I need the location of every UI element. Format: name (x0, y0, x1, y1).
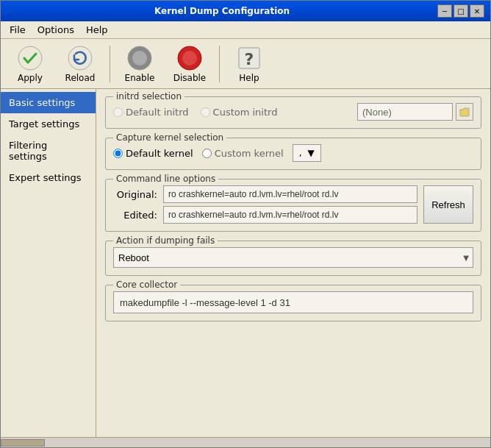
help-button[interactable]: ? Help (226, 43, 273, 85)
initrd-none-field[interactable] (357, 103, 453, 121)
capture-default-radio-item: Default kernel (113, 148, 193, 159)
capture-dropdown-label: , (299, 148, 302, 158)
core-field[interactable] (113, 291, 473, 313)
content-area: Basic settings Target settings Filtering… (1, 89, 490, 437)
disable-button[interactable]: Disable (166, 43, 213, 85)
close-button[interactable]: ✕ (470, 4, 484, 18)
initrd-group: initrd selection Default initrd Custom i… (105, 96, 481, 129)
sidebar: Basic settings Target settings Filtering… (1, 89, 96, 437)
capture-group-title: Capture kernel selection (113, 132, 226, 143)
scrollbar-thumb[interactable] (1, 439, 45, 447)
capture-custom-radio-item: Custom kernel (202, 148, 284, 159)
capture-group: Capture kernel selection Default kernel … (105, 138, 481, 170)
initrd-default-label: Default initrd (126, 107, 189, 118)
initrd-custom-radio[interactable] (201, 107, 210, 117)
action-group-title: Action if dumping fails (113, 235, 218, 246)
cmdline-table: Original: Edited: (113, 185, 417, 224)
cmdline-edited-row: Edited: (113, 206, 417, 224)
sidebar-item-expert[interactable]: Expert settings (1, 167, 96, 188)
action-select[interactable]: Reboot Halt Shell Dump to disk (113, 247, 473, 268)
action-select-wrapper: Reboot Halt Shell Dump to disk (113, 247, 473, 268)
menu-options[interactable]: Options (32, 23, 80, 37)
capture-default-label: Default kernel (126, 148, 193, 159)
apply-icon (17, 45, 43, 71)
cmdline-original-row: Original: (113, 185, 417, 203)
core-group: Core collector (105, 285, 481, 321)
reload-button[interactable]: Reload (57, 43, 104, 85)
menu-help[interactable]: Help (80, 23, 114, 37)
action-group: Action if dumping fails Reboot Halt Shel… (105, 241, 481, 276)
initrd-custom-radio-item: Custom initrd (201, 107, 278, 118)
cmdline-edited-field[interactable] (163, 206, 417, 224)
titlebar-buttons: − □ ✕ (437, 4, 484, 18)
toolbar-sep-1 (110, 46, 110, 82)
scrollbar-track (1, 439, 490, 447)
sidebar-item-filtering[interactable]: Filtering settings (1, 135, 96, 167)
help-label: Help (239, 73, 259, 83)
svg-point-5 (182, 51, 197, 65)
maximize-button[interactable]: □ (454, 4, 468, 18)
disable-label: Disable (173, 73, 207, 83)
sidebar-item-basic[interactable]: Basic settings (1, 92, 96, 113)
scrollbar-area (1, 437, 490, 447)
initrd-radio-row: Default initrd Custom initrd (113, 103, 473, 121)
toolbar-sep-2 (219, 46, 220, 82)
menu-file[interactable]: File (4, 23, 32, 37)
menubar: File Options Help (1, 21, 490, 39)
capture-radio-row: Default kernel Custom kernel , ▼ (113, 144, 473, 162)
apply-label: Apply (18, 73, 43, 83)
window: Kernel Dump Configuration − □ ✕ File Opt… (0, 0, 491, 448)
cmdline-group-title: Command line options (113, 174, 218, 184)
sidebar-item-target[interactable]: Target settings (1, 113, 96, 135)
capture-dropdown-arrow: ▼ (307, 148, 314, 158)
cmdline-refresh-area: Refresh (423, 185, 473, 224)
cmdline-edited-label: Edited: (113, 210, 157, 221)
minimize-button[interactable]: − (437, 4, 452, 18)
cmdline-original-label: Original: (113, 189, 157, 200)
svg-point-0 (18, 46, 42, 70)
titlebar: Kernel Dump Configuration − □ ✕ (1, 1, 490, 21)
initrd-default-radio[interactable] (113, 107, 123, 117)
initrd-none-input (357, 103, 473, 121)
cmdline-group: Command line options Original: Edited: (105, 179, 481, 232)
svg-text:?: ? (245, 50, 254, 68)
window-title: Kernel Dump Configuration (7, 6, 437, 16)
initrd-custom-label: Custom initrd (213, 107, 278, 118)
initrd-default-radio-item: Default initrd (113, 107, 189, 118)
capture-custom-label: Custom kernel (215, 148, 284, 159)
enable-label: Enable (125, 73, 155, 83)
refresh-button[interactable]: Refresh (423, 185, 473, 224)
apply-button[interactable]: Apply (7, 43, 54, 85)
initrd-file-button[interactable] (456, 103, 473, 121)
disable-icon (176, 45, 203, 71)
core-group-title: Core collector (113, 280, 180, 290)
capture-custom-radio[interactable] (202, 149, 212, 158)
capture-default-radio[interactable] (113, 149, 123, 158)
capture-dropdown[interactable]: , ▼ (293, 144, 321, 162)
enable-icon (126, 45, 153, 71)
folder-icon (459, 107, 470, 117)
main-panel: initrd selection Default initrd Custom i… (96, 89, 490, 437)
reload-label: Reload (65, 73, 96, 83)
initrd-group-title: initrd selection (113, 91, 184, 102)
toolbar: Apply Reload Enable (1, 39, 490, 89)
cmdline-original-field[interactable] (163, 185, 417, 203)
svg-point-3 (132, 51, 147, 65)
help-icon: ? (236, 45, 262, 71)
svg-point-1 (68, 46, 92, 70)
reload-icon (67, 45, 93, 71)
enable-button[interactable]: Enable (116, 43, 163, 85)
